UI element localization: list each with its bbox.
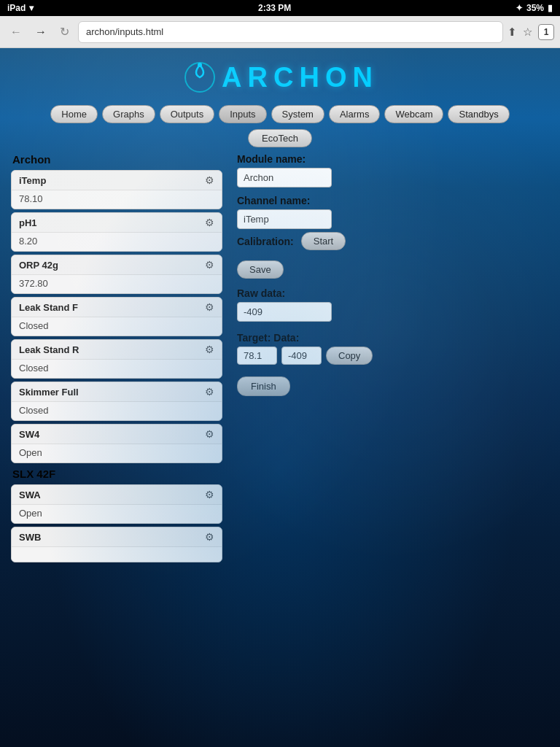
copy-button[interactable]: Copy — [326, 347, 373, 365]
logo-area: ARCHON — [0, 48, 560, 99]
sensor-itemp-header: iTemp ⚙ — [12, 171, 222, 190]
bluetooth-icon: ✦ — [516, 3, 523, 13]
tab-badge[interactable]: 1 — [538, 24, 554, 40]
sensor-sw4-gear[interactable]: ⚙ — [205, 428, 214, 440]
slx-section-title: SLX 42F — [11, 468, 222, 480]
raw-data-input[interactable] — [237, 302, 332, 322]
sensor-swb-name: SWB — [19, 532, 41, 543]
sensor-skimmer-header: Skimmer Full ⚙ — [12, 382, 222, 402]
nav-outputs[interactable]: Outputs — [160, 105, 215, 123]
sensor-swa: SWA ⚙ Open — [11, 484, 222, 524]
browser-icons: ⬆ ☆ 1 — [508, 24, 554, 40]
sensor-leak-f-header: Leak Stand F ⚙ — [12, 298, 222, 317]
url-bar[interactable]: archon/inputs.html — [78, 21, 503, 43]
channel-name-input[interactable] — [237, 209, 332, 229]
status-left: iPad ▾ — [7, 3, 34, 13]
sensor-leak-r-gear[interactable]: ⚙ — [205, 344, 214, 355]
right-panel: Module name: Channel name: Calibration: … — [237, 153, 549, 565]
sensor-orp-gear[interactable]: ⚙ — [205, 259, 214, 271]
sensor-ph1-value: 8.20 — [12, 233, 222, 251]
browser-bar: ← → ↻ archon/inputs.html ⬆ ☆ 1 — [0, 16, 560, 48]
sensor-itemp-name: iTemp — [19, 175, 46, 186]
sensor-leak-r: Leak Stand R ⚙ Closed — [11, 339, 222, 379]
left-panel: Archon iTemp ⚙ 78.10 pH1 ⚙ 8.20 — [11, 153, 222, 565]
sensor-leak-f: Leak Stand F ⚙ Closed — [11, 297, 222, 336]
reload-button[interactable]: ↻ — [55, 22, 74, 42]
sensor-itemp-value: 78.10 — [12, 190, 222, 209]
sensor-sw4-header: SW4 ⚙ — [12, 425, 222, 444]
sensor-leak-r-value: Closed — [12, 360, 222, 378]
sensor-sw4: SW4 ⚙ Open — [11, 424, 222, 463]
content-area: Archon iTemp ⚙ 78.10 pH1 ⚙ 8.20 — [0, 153, 560, 565]
nav-home[interactable]: Home — [50, 105, 98, 123]
sensor-leak-r-header: Leak Stand R ⚙ — [12, 340, 222, 360]
svg-point-1 — [198, 63, 202, 67]
sensor-swa-gear[interactable]: ⚙ — [205, 489, 214, 500]
forward-button[interactable]: → — [31, 23, 51, 42]
sensor-swb-value — [12, 547, 222, 562]
module-name-label: Module name: — [237, 153, 549, 165]
secondary-nav: EcoTech — [0, 129, 560, 147]
sensor-ph1-header: pH1 ⚙ — [12, 213, 222, 233]
battery-icon: ▮ — [548, 3, 553, 13]
battery-percent: 35% — [526, 3, 544, 13]
url-text: archon/inputs.html — [86, 26, 163, 37]
sensor-swa-name: SWA — [19, 489, 41, 500]
save-row: Save — [237, 260, 549, 279]
target-label: Target: Data: — [237, 332, 549, 344]
nav-alarms[interactable]: Alarms — [329, 105, 380, 123]
nav-graphs[interactable]: Graphs — [102, 105, 155, 123]
sensor-swb: SWB ⚙ — [11, 527, 222, 562]
nav-standbys[interactable]: Standbys — [448, 105, 509, 123]
sensor-swa-header: SWA ⚙ — [12, 485, 222, 505]
status-right: ✦ 35% ▮ — [516, 3, 553, 13]
sensor-itemp-gear[interactable]: ⚙ — [205, 174, 214, 186]
data-value-input[interactable] — [281, 347, 322, 365]
time-label: 2:33 PM — [258, 3, 291, 13]
archon-logo-icon — [182, 59, 218, 96]
sensor-skimmer-name: Skimmer Full — [19, 387, 79, 398]
nav-system[interactable]: System — [271, 105, 324, 123]
back-button[interactable]: ← — [6, 23, 26, 42]
calibration-row: Calibration: Start — [237, 232, 549, 250]
share-icon[interactable]: ⬆ — [508, 26, 517, 39]
sensor-swa-value: Open — [12, 505, 222, 523]
status-bar: iPad ▾ 2:33 PM ✦ 35% ▮ — [0, 0, 560, 16]
sensor-sw4-name: SW4 — [19, 429, 39, 440]
target-value-input[interactable] — [237, 347, 277, 365]
logo-text: ARCHON — [222, 62, 378, 93]
channel-name-label: Channel name: — [237, 195, 549, 206]
raw-data-label: Raw data: — [237, 287, 549, 299]
sensor-leak-r-name: Leak Stand R — [19, 344, 79, 355]
archon-section-title: Archon — [11, 153, 222, 166]
module-name-input[interactable] — [237, 168, 332, 187]
carrier-label: iPad — [7, 3, 26, 13]
finish-button[interactable]: Finish — [237, 376, 290, 396]
sensor-skimmer-gear[interactable]: ⚙ — [205, 386, 214, 398]
sensor-swb-gear[interactable]: ⚙ — [205, 531, 214, 543]
sensor-orp-value: 372.80 — [12, 275, 222, 293]
start-button[interactable]: Start — [301, 232, 346, 250]
sensor-ph1-name: pH1 — [19, 217, 37, 228]
calibration-label: Calibration: — [237, 236, 294, 247]
sensor-orp-header: ORP 42g ⚙ — [12, 255, 222, 275]
sensor-ph1-gear[interactable]: ⚙ — [205, 217, 214, 228]
nav-inputs[interactable]: Inputs — [219, 105, 266, 123]
sensor-leak-f-gear[interactable]: ⚙ — [205, 301, 214, 313]
finish-row: Finish — [237, 365, 549, 396]
save-button[interactable]: Save — [237, 260, 284, 279]
nav-bar: Home Graphs Outputs Inputs System Alarms… — [0, 99, 560, 129]
sensor-leak-f-name: Leak Stand F — [19, 302, 78, 313]
sensor-swb-header: SWB ⚙ — [12, 527, 222, 547]
nav-webcam[interactable]: Webcam — [384, 105, 443, 123]
nav-ecotech[interactable]: EcoTech — [248, 129, 312, 147]
sensor-ph1: pH1 ⚙ 8.20 — [11, 212, 222, 252]
page: ARCHON Home Graphs Outputs Inputs System… — [0, 48, 560, 747]
sensor-leak-f-value: Closed — [12, 317, 222, 336]
slx-section: SLX 42F SWA ⚙ Open SWB ⚙ — [11, 468, 222, 562]
sensor-sw4-value: Open — [12, 444, 222, 462]
sensor-itemp: iTemp ⚙ 78.10 — [11, 170, 222, 209]
wifi-icon: ▾ — [29, 3, 34, 13]
bookmark-icon[interactable]: ☆ — [523, 26, 532, 39]
sensor-orp-name: ORP 42g — [19, 260, 58, 271]
